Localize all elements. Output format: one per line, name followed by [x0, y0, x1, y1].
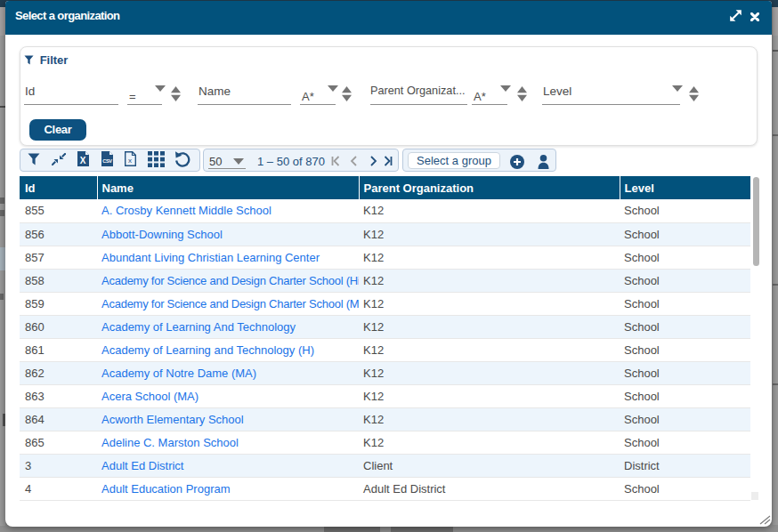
- svg-text:CSV: CSV: [102, 158, 112, 164]
- svg-text:X: X: [80, 156, 86, 165]
- svg-text:x: x: [128, 157, 132, 165]
